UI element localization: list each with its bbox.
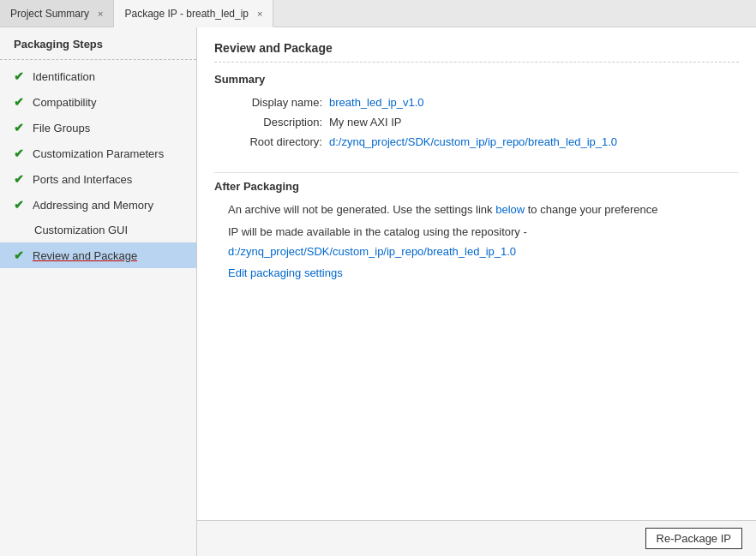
summary-field-label-0: Display name: <box>228 96 322 109</box>
tab-label-project-summary: Project Summary <box>10 8 89 20</box>
settings-link[interactable]: below <box>495 203 525 216</box>
summary-field-label-1: Description: <box>228 116 322 129</box>
sidebar-item-ports-and-interfaces[interactable]: ✔Ports and Interfaces <box>0 166 196 192</box>
summary-row-2: Root directory:d:/zynq_project/SDK/custo… <box>228 132 739 152</box>
sidebar-label-identification: Identification <box>33 70 95 83</box>
sidebar-label-file-groups: File Groups <box>33 122 90 135</box>
summary-row-1: Description:My new AXI IP <box>228 112 739 132</box>
sidebar-item-addressing-and-memory[interactable]: ✔Addressing and Memory <box>0 192 196 218</box>
tab-close-project-summary[interactable]: × <box>98 9 103 19</box>
after-packaging-section: After Packaging An archive will not be g… <box>214 172 739 279</box>
check-icon-ports-and-interfaces: ✔ <box>14 172 24 186</box>
summary-field-label-2: Root directory: <box>228 135 322 148</box>
after-packaging-line2: IP will be made available in the catalog… <box>228 224 739 241</box>
sidebar-label-ports-and-interfaces: Ports and Interfaces <box>33 173 132 186</box>
content-inner: Review and Package Summary Display name:… <box>197 27 756 520</box>
sidebar-item-customization-gui[interactable]: Customization GUI <box>0 218 196 242</box>
summary-field-value-1: My new AXI IP <box>329 116 402 129</box>
summary-table: Display name:breath_led_ip_v1.0Descripti… <box>228 93 739 152</box>
tab-project-summary[interactable]: Project Summary× <box>0 0 114 27</box>
check-icon-customization-parameters: ✔ <box>14 146 24 160</box>
summary-section-title: Summary <box>214 73 739 86</box>
summary-field-value-0[interactable]: breath_led_ip_v1.0 <box>329 96 424 109</box>
after-packaging-title: After Packaging <box>214 172 739 193</box>
sidebar-item-customization-parameters[interactable]: ✔Customization Parameters <box>0 140 196 166</box>
summary-row-0: Display name:breath_led_ip_v1.0 <box>228 93 739 112</box>
summary-field-value-2[interactable]: d:/zynq_project/SDK/custom_ip/ip_repo/br… <box>329 135 617 148</box>
main-layout: Packaging Steps ✔Identification✔Compatib… <box>0 27 756 556</box>
tab-package-ip[interactable]: Package IP - breath_led_ip× <box>114 0 273 27</box>
content-area: Review and Package Summary Display name:… <box>197 27 756 520</box>
sidebar-label-compatibility: Compatibility <box>33 96 96 109</box>
tab-bar: Project Summary×Package IP - breath_led_… <box>0 0 756 27</box>
sidebar-item-compatibility[interactable]: ✔Compatibility <box>0 89 196 115</box>
check-icon-identification: ✔ <box>14 69 24 83</box>
content-title: Review and Package <box>214 41 739 63</box>
sidebar-item-review-and-package[interactable]: ✔Review and Package <box>0 242 196 268</box>
check-icon-compatibility: ✔ <box>14 95 24 109</box>
check-icon-review-and-package: ✔ <box>14 248 24 262</box>
sidebar-title: Packaging Steps <box>0 38 196 60</box>
footer: Re-Package IP <box>197 520 756 556</box>
check-icon-file-groups: ✔ <box>14 121 24 135</box>
after-packaging-path: d:/zynq_project/SDK/custom_ip/ip_repo/br… <box>228 245 739 258</box>
tab-close-package-ip[interactable]: × <box>257 9 262 19</box>
sidebar-item-file-groups[interactable]: ✔File Groups <box>0 115 196 140</box>
tab-label-package-ip: Package IP - breath_led_ip <box>124 8 249 20</box>
sidebar-item-identification[interactable]: ✔Identification <box>0 63 196 89</box>
sidebar-label-customization-parameters: Customization Parameters <box>33 147 164 160</box>
check-icon-addressing-and-memory: ✔ <box>14 198 24 212</box>
sidebar-label-addressing-and-memory: Addressing and Memory <box>33 199 153 212</box>
sidebar: Packaging Steps ✔Identification✔Compatib… <box>0 27 197 556</box>
sidebar-label-review-and-package: Review and Package <box>33 249 137 262</box>
repackage-button[interactable]: Re-Package IP <box>645 528 742 549</box>
sidebar-label-customization-gui: Customization GUI <box>34 224 128 236</box>
edit-packaging-settings-link[interactable]: Edit packaging settings <box>228 266 739 279</box>
content-panel: Review and Package Summary Display name:… <box>197 27 756 556</box>
after-packaging-line1: An archive will not be generated. Use th… <box>228 201 739 218</box>
